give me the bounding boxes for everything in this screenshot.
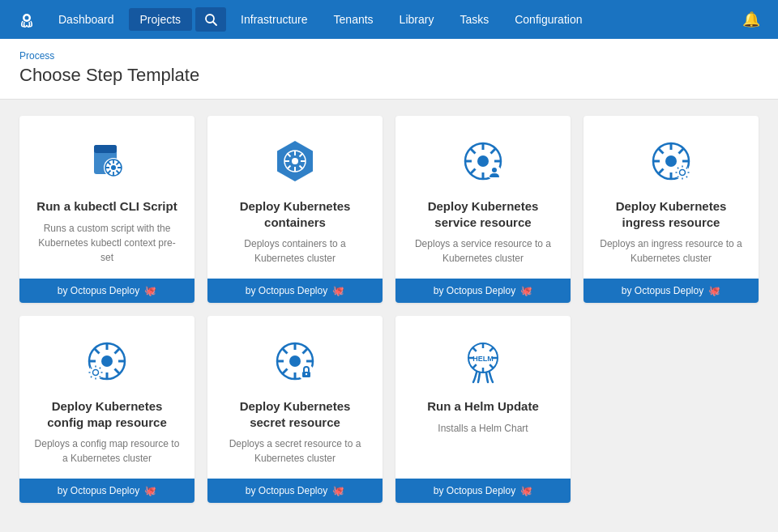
card-helm-desc: Installs a Helm Chart <box>438 421 528 466</box>
nav-item-library[interactable]: Library <box>388 8 446 31</box>
ingress-icon <box>645 135 697 187</box>
nav-search-icon[interactable] <box>195 7 226 32</box>
cards-row-1: Run a kubectl CLI Script Runs a custom s… <box>19 116 759 303</box>
svg-point-29 <box>477 155 489 167</box>
card-secret-title: Deploy Kubernetes secret resource <box>220 398 370 430</box>
card-configmap[interactable]: Deploy Kubernetes config map resource De… <box>19 316 194 503</box>
svg-point-39 <box>492 168 497 172</box>
card-containers-body: Deploy Kubernetes containers Deploys con… <box>207 116 383 279</box>
octopus-icon-small: 🐙 <box>144 485 156 496</box>
card-kubectl-desc: Runs a custom script with the Kubernetes… <box>32 221 182 266</box>
svg-line-56 <box>678 168 678 168</box>
secret-icon <box>269 335 321 387</box>
svg-line-67 <box>115 369 120 374</box>
svg-line-57 <box>686 177 687 177</box>
card-ingress-title: Deploy Kubernetes ingress resource <box>596 198 746 230</box>
card-containers[interactable]: Deploy Kubernetes containers Deploys con… <box>207 116 383 303</box>
card-ingress-footer[interactable]: by Octopus Deploy 🐙 <box>584 279 759 303</box>
cards-row-2: Deploy Kubernetes config map resource De… <box>19 316 759 503</box>
card-helm[interactable]: HELM Run a Helm Update Installs a Helm C… <box>395 316 571 503</box>
svg-line-66 <box>95 349 100 354</box>
card-configmap-body: Deploy Kubernetes config map resource De… <box>19 316 194 479</box>
card-kubectl-body: Run a kubectl CLI Script Runs a custom s… <box>19 116 194 279</box>
card-containers-footer[interactable]: by Octopus Deploy 🐙 <box>207 279 383 303</box>
svg-line-59 <box>678 177 678 177</box>
svg-text:HELM: HELM <box>472 355 494 363</box>
card-configmap-desc: Deploys a config map resource to a Kuber… <box>32 436 182 466</box>
card-ingress-desc: Deploys an ingress resource to a Kuberne… <box>596 236 746 266</box>
nav-item-projects[interactable]: Projects <box>129 8 193 31</box>
card-containers-title: Deploy Kubernetes containers <box>220 198 370 230</box>
card-secret-desc: Deploys a secret resource to a Kubernete… <box>220 436 370 466</box>
svg-line-3 <box>213 22 216 25</box>
card-service-footer[interactable]: by Octopus Deploy 🐙 <box>395 279 571 303</box>
card-kubectl[interactable]: Run a kubectl CLI Script Runs a custom s… <box>19 116 194 303</box>
octopus-icon-small: 🐙 <box>520 485 532 496</box>
svg-point-61 <box>101 355 113 367</box>
svg-line-79 <box>91 377 92 377</box>
octopus-icon-small: 🐙 <box>144 285 156 296</box>
card-helm-footer[interactable]: by Octopus Deploy 🐙 <box>395 479 571 503</box>
main-content: Run a kubectl CLI Script Runs a custom s… <box>0 100 778 519</box>
octopus-icon-small: 🐙 <box>520 285 532 296</box>
breadcrumb: Process <box>19 50 759 62</box>
containers-icon <box>269 135 321 187</box>
octopus-icon-small: 🐙 <box>708 285 720 296</box>
service-icon <box>457 135 509 187</box>
card-configmap-title: Deploy Kubernetes config map resource <box>32 398 182 430</box>
svg-line-78 <box>100 368 100 368</box>
svg-line-98 <box>473 348 477 351</box>
nav-item-tasks[interactable]: Tasks <box>448 8 500 31</box>
card-secret[interactable]: Deploy Kubernetes secret resource Deploy… <box>207 316 383 503</box>
nav-logo[interactable] <box>10 7 44 32</box>
svg-line-46 <box>659 149 664 154</box>
card-service-body: Deploy Kubernetes service resource Deplo… <box>395 116 571 279</box>
svg-line-58 <box>686 168 687 168</box>
svg-line-88 <box>303 349 308 354</box>
card-secret-body: Deploy Kubernetes secret resource Deploy… <box>207 316 383 479</box>
nav-item-tenants[interactable]: Tenants <box>323 8 385 31</box>
octopus-icon-small: 🐙 <box>332 285 344 296</box>
svg-point-19 <box>292 158 298 164</box>
svg-point-50 <box>675 165 690 180</box>
nav-item-configuration[interactable]: Configuration <box>503 8 593 31</box>
svg-rect-5 <box>94 145 117 153</box>
card-service[interactable]: Deploy Kubernetes service resource Deplo… <box>395 116 571 303</box>
nav-item-dashboard[interactable]: Dashboard <box>47 8 126 31</box>
svg-line-36 <box>491 149 496 154</box>
card-helm-title: Run a Helm Update <box>427 398 539 415</box>
svg-line-86 <box>283 349 288 354</box>
configmap-icon <box>81 335 133 387</box>
page-header: Process Choose Step Template <box>0 39 778 100</box>
svg-line-68 <box>115 349 120 354</box>
svg-point-8 <box>111 165 116 170</box>
svg-point-81 <box>289 355 301 367</box>
svg-line-37 <box>471 169 476 174</box>
svg-line-48 <box>679 149 684 154</box>
notification-bell-icon[interactable]: 🔔 <box>734 6 768 33</box>
card-ingress-body: Deploy Kubernetes ingress resource Deplo… <box>584 116 759 279</box>
card-ingress[interactable]: Deploy Kubernetes ingress resource Deplo… <box>584 116 759 303</box>
octopus-icon-small: 🐙 <box>332 485 344 496</box>
card-configmap-footer[interactable]: by Octopus Deploy 🐙 <box>19 479 194 503</box>
card-kubectl-footer[interactable]: by Octopus Deploy 🐙 <box>19 279 194 303</box>
main-nav: Dashboard Projects Infrastructure Tenant… <box>0 0 778 39</box>
nav-item-infrastructure[interactable]: Infrastructure <box>229 8 318 31</box>
card-service-desc: Deploys a service resource to a Kubernet… <box>408 236 558 266</box>
card-secret-footer[interactable]: by Octopus Deploy 🐙 <box>207 479 383 503</box>
card-helm-body: HELM Run a Helm Update Installs a Helm C… <box>395 316 571 479</box>
svg-line-77 <box>100 377 100 377</box>
svg-line-34 <box>471 149 476 154</box>
svg-point-1 <box>25 16 29 20</box>
page-title: Choose Step Template <box>19 65 759 86</box>
card-service-title: Deploy Kubernetes service resource <box>408 198 558 230</box>
svg-point-70 <box>88 365 103 380</box>
svg-line-101 <box>473 364 477 368</box>
svg-line-76 <box>91 368 92 368</box>
card-empty-slot <box>584 316 759 503</box>
kubectl-icon <box>81 135 133 187</box>
svg-line-100 <box>489 348 493 351</box>
svg-line-89 <box>283 369 288 374</box>
helm-icon: HELM <box>457 335 509 387</box>
svg-line-99 <box>489 364 493 368</box>
